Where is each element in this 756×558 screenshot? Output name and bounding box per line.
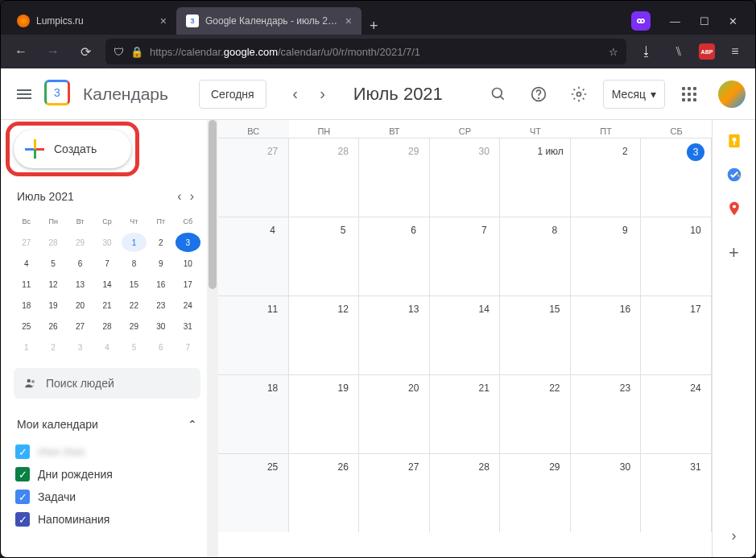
browser-tab[interactable]: 3 Google Календарь - июль 2021 ×: [176, 7, 361, 35]
abp-icon[interactable]: ABP: [699, 43, 715, 60]
shield-icon[interactable]: 🛡: [114, 46, 124, 58]
close-icon[interactable]: ×: [160, 14, 167, 27]
mini-day[interactable]: 16: [148, 275, 173, 294]
calendar-day[interactable]: 28: [430, 453, 501, 532]
calendar-checkbox[interactable]: ✓: [15, 467, 30, 482]
calendar-day[interactable]: 23: [571, 374, 642, 453]
calendar-day[interactable]: 8: [500, 217, 571, 296]
bookmark-icon[interactable]: ☆: [609, 46, 618, 58]
mini-day[interactable]: 14: [94, 275, 119, 294]
calendar-day[interactable]: 6: [359, 217, 430, 296]
mini-day[interactable]: 7: [176, 337, 200, 357]
mini-day[interactable]: 17: [176, 275, 200, 294]
avatar[interactable]: [718, 81, 746, 108]
calendar-checkbox[interactable]: ✓: [15, 490, 30, 504]
mini-day[interactable]: 12: [40, 275, 65, 294]
mini-day[interactable]: 9: [148, 254, 173, 273]
mini-day[interactable]: 13: [68, 275, 93, 294]
calendar-item[interactable]: ✓Напоминания: [14, 508, 200, 531]
next-month-button[interactable]: ›: [312, 83, 334, 105]
calendar-day[interactable]: 16: [571, 296, 642, 374]
calendar-item[interactable]: ✓Имя Имя: [14, 440, 200, 463]
create-button[interactable]: Создать: [14, 130, 131, 168]
url-bar[interactable]: 🛡 🔒 https://calendar.google.com/calendar…: [105, 39, 626, 64]
settings-icon[interactable]: [563, 78, 595, 110]
mini-day[interactable]: 30: [94, 233, 119, 252]
mini-day[interactable]: 7: [94, 254, 119, 273]
calendar-day[interactable]: 9: [571, 217, 642, 296]
calendar-day[interactable]: 24: [641, 374, 712, 453]
calendar-item[interactable]: ✓Задачи: [14, 486, 200, 508]
my-calendars-toggle[interactable]: Мои календари ⌃: [14, 415, 200, 434]
calendar-day[interactable]: 27: [218, 138, 289, 217]
calendar-day[interactable]: 21: [430, 374, 501, 453]
mini-prev-button[interactable]: ‹: [174, 188, 184, 205]
library-button[interactable]: ⑊: [667, 39, 691, 64]
mini-day[interactable]: 5: [40, 254, 65, 273]
close-icon[interactable]: ×: [345, 14, 352, 27]
calendar-day[interactable]: 5: [289, 217, 360, 296]
mini-day[interactable]: 27: [68, 316, 93, 336]
add-addon-button[interactable]: +: [729, 242, 739, 263]
calendar-day[interactable]: 14: [430, 296, 501, 374]
sidebar-scrollbar[interactable]: [207, 120, 218, 558]
mini-day[interactable]: 2: [40, 337, 65, 357]
calendar-checkbox[interactable]: ✓: [15, 444, 30, 459]
calendar-day[interactable]: 17: [641, 296, 712, 374]
calendar-day[interactable]: 28: [289, 138, 360, 217]
calendar-day[interactable]: 13: [359, 296, 430, 374]
calendar-day[interactable]: 22: [500, 374, 571, 453]
mini-day[interactable]: 10: [176, 254, 200, 273]
mini-day[interactable]: 6: [68, 254, 93, 273]
mini-day[interactable]: 11: [14, 275, 39, 294]
mini-day[interactable]: 2: [148, 233, 173, 252]
calendar-day[interactable]: 10: [641, 217, 712, 296]
calendar-day[interactable]: 11: [218, 296, 289, 374]
calendar-day[interactable]: 18: [218, 374, 289, 453]
calendar-day[interactable]: 15: [500, 296, 571, 374]
mini-day[interactable]: 20: [68, 296, 93, 315]
mini-day[interactable]: 26: [40, 316, 65, 336]
calendar-day[interactable]: 1 июл: [500, 138, 571, 217]
mini-day[interactable]: 28: [94, 316, 119, 336]
calendar-day[interactable]: 3: [641, 138, 712, 217]
maps-icon[interactable]: [726, 200, 742, 217]
mini-day[interactable]: 18: [14, 296, 39, 315]
calendar-day[interactable]: 30: [430, 138, 501, 217]
browser-tab[interactable]: Lumpics.ru ×: [7, 7, 176, 35]
mini-day[interactable]: 19: [40, 296, 65, 315]
calendar-day[interactable]: 25: [218, 453, 289, 532]
calendar-day[interactable]: 19: [289, 374, 360, 453]
mini-day[interactable]: 23: [148, 296, 173, 315]
calendar-day[interactable]: 27: [359, 453, 430, 532]
lock-icon[interactable]: 🔒: [130, 46, 143, 58]
mini-day[interactable]: 29: [68, 233, 93, 252]
calendar-day[interactable]: 4: [218, 217, 289, 296]
mini-day[interactable]: 29: [122, 316, 147, 336]
mini-day[interactable]: 1: [14, 337, 39, 357]
hamburger-icon[interactable]: [10, 83, 38, 105]
calendar-day[interactable]: 30: [571, 453, 642, 532]
minimize-button[interactable]: —: [670, 15, 680, 27]
mini-day[interactable]: 15: [122, 275, 147, 294]
mini-day[interactable]: 25: [14, 316, 39, 336]
calendar-day[interactable]: 31: [641, 453, 712, 532]
mini-day[interactable]: 28: [40, 233, 65, 252]
mini-next-button[interactable]: ›: [187, 188, 197, 205]
maximize-button[interactable]: ☐: [700, 15, 709, 27]
collapse-panel-button[interactable]: ›: [732, 527, 737, 544]
people-search-input[interactable]: Поиск людей: [14, 368, 200, 399]
downloads-button[interactable]: ⭳: [634, 39, 659, 64]
today-button[interactable]: Сегодня: [199, 80, 266, 109]
mini-day[interactable]: 24: [176, 296, 200, 315]
calendar-day[interactable]: 29: [359, 138, 430, 217]
browser-menu-button[interactable]: ≡: [723, 39, 747, 64]
mini-day[interactable]: 5: [122, 337, 147, 357]
help-icon[interactable]: [523, 78, 555, 110]
tasks-icon[interactable]: [726, 167, 742, 183]
calendar-day[interactable]: 12: [289, 296, 360, 374]
mini-day[interactable]: 1: [122, 233, 147, 252]
keep-icon[interactable]: [726, 133, 742, 149]
apps-icon[interactable]: [673, 78, 705, 110]
calendar-day[interactable]: 7: [430, 217, 501, 296]
